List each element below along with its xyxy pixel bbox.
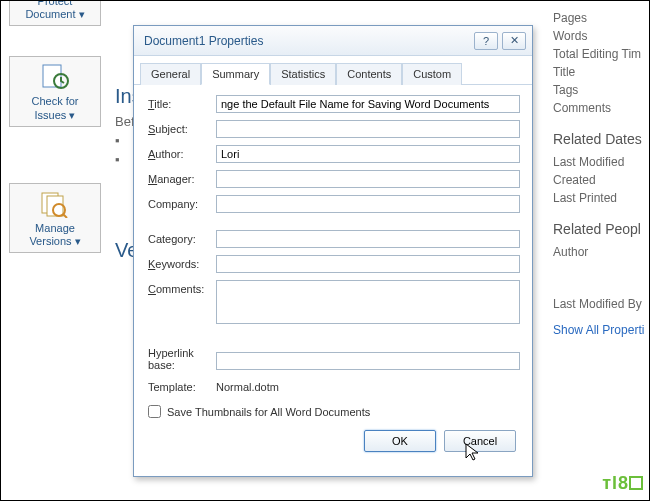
keywords-input[interactable] (216, 255, 520, 273)
protect-label-a: Protect (38, 0, 73, 7)
help-icon: ? (483, 35, 489, 47)
title-label: Title: (148, 95, 216, 110)
section-related-dates: Related Dates (553, 131, 649, 147)
prop-tags: Tags (553, 83, 649, 97)
manage-label-a: Manage (35, 222, 75, 234)
template-value: Normal.dotm (216, 378, 279, 393)
manager-input[interactable] (216, 170, 520, 188)
close-icon: ✕ (510, 34, 519, 47)
check-for-issues-button[interactable]: Check for Issues ▾ (9, 56, 101, 126)
show-all-properties-link[interactable]: Show All Properti (553, 323, 649, 337)
properties-dialog: Document1 Properties ? ✕ General Summary… (133, 25, 533, 477)
watermark-logo: тl8 (602, 473, 643, 494)
summary-form: Title: Subject: Author: Manager: Company… (134, 85, 532, 462)
dialog-tabs: General Summary Statistics Contents Cust… (134, 56, 532, 85)
prop-last-modified-by: Last Modified By (553, 297, 649, 311)
section-related-people: Related Peopl (553, 221, 649, 237)
comments-label: Comments: (148, 280, 216, 295)
tab-custom[interactable]: Custom (402, 63, 462, 85)
help-button[interactable]: ? (474, 32, 498, 50)
prop-last-printed: Last Printed (553, 191, 649, 205)
prop-pages: Pages (553, 11, 649, 25)
tab-summary[interactable]: Summary (201, 63, 270, 85)
subject-input[interactable] (216, 120, 520, 138)
manager-label: Manager: (148, 170, 216, 185)
svg-rect-0 (43, 65, 61, 87)
properties-sidebar: Pages Words Total Editing Tim Title Tags… (549, 7, 649, 341)
category-input[interactable] (216, 230, 520, 248)
hyperlink-label: Hyperlink base: (148, 344, 216, 371)
title-input[interactable] (216, 95, 520, 113)
save-thumbnails-checkbox[interactable] (148, 405, 161, 418)
prop-words: Words (553, 29, 649, 43)
comments-input[interactable] (216, 280, 520, 324)
close-button[interactable]: ✕ (502, 32, 526, 50)
ok-button[interactable]: OK (364, 430, 436, 452)
category-label: Category: (148, 230, 216, 245)
template-label: Template: (148, 378, 216, 393)
author-label: Author: (148, 145, 216, 160)
company-label: Company: (148, 195, 216, 210)
manage-versions-button[interactable]: Manage Versions ▾ (9, 183, 101, 253)
cancel-button[interactable]: Cancel (444, 430, 516, 452)
dialog-titlebar[interactable]: Document1 Properties ? ✕ (134, 26, 532, 56)
check-label-a: Check for (31, 95, 78, 107)
tab-contents[interactable]: Contents (336, 63, 402, 85)
author-input[interactable] (216, 145, 520, 163)
prop-last-modified: Last Modified (553, 155, 649, 169)
prop-editing-time: Total Editing Tim (553, 47, 649, 61)
subject-label: Subject: (148, 120, 216, 135)
svg-line-5 (63, 214, 67, 218)
prop-title: Title (553, 65, 649, 79)
tab-statistics[interactable]: Statistics (270, 63, 336, 85)
prop-created: Created (553, 173, 649, 187)
manage-label-b: Versions ▾ (29, 235, 80, 247)
protect-label-b: Document ▾ (25, 8, 84, 20)
manage-versions-icon (39, 190, 71, 218)
hyperlink-input[interactable] (216, 352, 520, 370)
save-thumbnails-label: Save Thumbnails for All Word Documents (167, 406, 370, 418)
check-issues-icon (39, 63, 71, 91)
check-label-b: Issues ▾ (35, 109, 76, 121)
prop-author: Author (553, 245, 649, 259)
dialog-title: Document1 Properties (144, 34, 470, 48)
keywords-label: Keywords: (148, 255, 216, 270)
company-input[interactable] (216, 195, 520, 213)
tab-general[interactable]: General (140, 63, 201, 85)
protect-document-button[interactable]: Protect Document ▾ (9, 0, 101, 26)
prop-comments: Comments (553, 101, 649, 115)
